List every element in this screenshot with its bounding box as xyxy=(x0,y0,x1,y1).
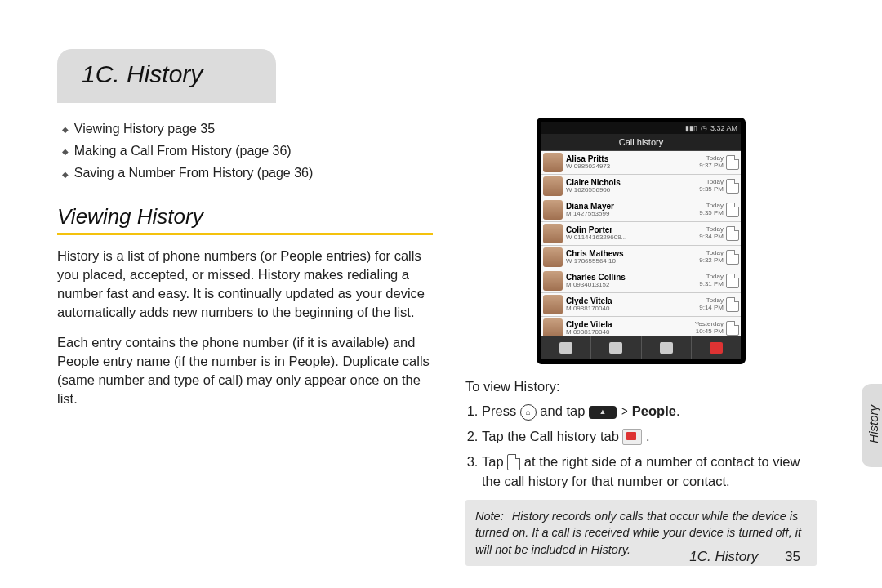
tab-contacts xyxy=(541,336,591,359)
call-time: Yesterday10:45 PM xyxy=(695,321,724,336)
contact-avatar xyxy=(543,247,563,267)
contact-info: Colin PorterW 0114416329608... xyxy=(566,225,699,242)
call-history-row: Clyde VitelaM 0988170040Yesterday10:45 P… xyxy=(541,317,741,336)
call-history-row: Clyde VitelaM 0988170040Today9:14 PM xyxy=(541,293,741,317)
step-text: . xyxy=(676,403,680,418)
step-text: . xyxy=(646,429,650,443)
step-text: and tap xyxy=(540,403,589,418)
section-heading: Viewing History xyxy=(57,204,433,229)
contact-number: W 178655564 10 xyxy=(566,258,699,265)
call-time: Today9:37 PM xyxy=(699,155,724,170)
call-history-row: Claire NicholsW 1620556906Today9:35 PM xyxy=(541,175,741,198)
contact-avatar xyxy=(543,271,563,291)
note-label: Note: xyxy=(475,510,504,523)
steps-list: Press ⌂ and tap > People. Tap the Call h… xyxy=(466,401,817,492)
paragraph: Each entry contains the phone number (if… xyxy=(57,333,433,408)
step-2: Tap the Call history tab . xyxy=(482,426,817,447)
call-history-row: Chris MathewsW 178655564 10Today9:32 PM xyxy=(541,246,741,270)
side-tab-label: History xyxy=(866,405,880,443)
contact-info: Clyde VitelaM 0988170040 xyxy=(566,320,695,336)
contact-number: W 1620556906 xyxy=(566,187,699,194)
call-time: Today9:14 PM xyxy=(699,297,724,312)
footer-page-number: 35 xyxy=(785,549,800,564)
page-side-tab: History xyxy=(862,384,882,467)
footer-chapter: 1C. History xyxy=(689,549,758,564)
contact-avatar xyxy=(543,318,563,336)
detail-doc-icon xyxy=(507,454,520,470)
phone-bottom-tabs xyxy=(541,336,741,359)
contact-info: Charles CollinsM 0934013152 xyxy=(566,273,699,289)
paragraph: History is a list of phone numbers (or P… xyxy=(57,247,433,322)
contact-number: M 0988170040 xyxy=(566,305,699,313)
table-of-contents: Viewing History page 35 Making a Call Fr… xyxy=(62,118,433,185)
contact-number: M 1427553599 xyxy=(566,211,699,218)
tab-call-history xyxy=(692,336,741,359)
step-3: Tap at the right side of a number of con… xyxy=(482,452,817,492)
contact-number: W 0985024973 xyxy=(566,163,699,171)
detail-doc-icon xyxy=(726,155,739,170)
contact-number: M 0934013152 xyxy=(566,282,699,289)
toc-item: Viewing History page 35 xyxy=(62,118,433,140)
phone-screen-title: Call history xyxy=(541,134,741,151)
toc-item: Making a Call From History (page 36) xyxy=(62,140,433,162)
contact-info: Claire NicholsW 1620556906 xyxy=(566,178,699,194)
detail-doc-icon xyxy=(726,297,739,312)
call-time: Today9:34 PM xyxy=(699,226,724,241)
right-column: ▮▮▯ ◷ 3:32 AM Call history Alisa PrittsW… xyxy=(466,118,817,566)
step-1: Press ⌂ and tap > People. xyxy=(482,401,817,421)
call-history-tab-icon xyxy=(622,429,642,445)
apps-pill-icon xyxy=(589,406,617,419)
left-column: Viewing History page 35 Making a Call Fr… xyxy=(57,118,433,566)
call-history-row: Alisa PrittsW 0985024973Today9:37 PM xyxy=(541,151,741,175)
clock-icon: ◷ xyxy=(701,124,707,132)
tab-groups xyxy=(591,336,641,359)
detail-doc-icon xyxy=(726,179,739,194)
call-time: Today9:31 PM xyxy=(699,274,724,288)
detail-doc-icon xyxy=(726,250,739,265)
call-time: Today9:32 PM xyxy=(699,250,724,265)
arrow-icon: > xyxy=(621,401,628,421)
step-text: Tap xyxy=(482,454,507,469)
call-time: Today9:35 PM xyxy=(699,203,724,217)
step-text: at the right side of a number of contact… xyxy=(482,454,800,489)
steps-heading: To view History: xyxy=(466,379,817,394)
call-time: Today9:35 PM xyxy=(699,179,724,194)
toc-item: Saving a Number From History (page 36) xyxy=(62,162,433,184)
contact-info: Chris MathewsW 178655564 10 xyxy=(566,249,699,265)
tab-updates xyxy=(642,336,692,359)
detail-doc-icon xyxy=(726,226,739,241)
step-text: Press xyxy=(482,403,520,418)
chapter-title-tab: 1C. History xyxy=(57,49,276,103)
step-text: Tap the Call history tab xyxy=(482,429,622,443)
people-label: People xyxy=(632,403,676,418)
call-history-row: Charles CollinsM 0934013152Today9:31 PM xyxy=(541,270,741,293)
contact-avatar xyxy=(543,200,563,220)
phone-status-bar: ▮▮▯ ◷ 3:32 AM xyxy=(541,122,741,134)
call-history-list: Alisa PrittsW 0985024973Today9:37 PMClai… xyxy=(541,151,741,336)
detail-doc-icon xyxy=(726,321,739,336)
phone-screenshot: ▮▮▯ ◷ 3:32 AM Call history Alisa PrittsW… xyxy=(537,118,746,364)
manual-page: 1C. History Viewing History page 35 Maki… xyxy=(0,0,882,588)
status-time: 3:32 AM xyxy=(710,124,737,132)
contact-avatar xyxy=(543,224,563,243)
detail-doc-icon xyxy=(726,203,739,217)
signal-icon: ▮▮▯ xyxy=(685,124,697,132)
contact-info: Diana MayerM 1427553599 xyxy=(566,202,699,218)
contact-info: Clyde VitelaM 0988170040 xyxy=(566,296,699,313)
chapter-title: 1C. History xyxy=(82,60,203,87)
call-history-row: Colin PorterW 0114416329608...Today9:34 … xyxy=(541,222,741,246)
page-footer: 1C. History 35 xyxy=(689,549,800,565)
two-column-layout: Viewing History page 35 Making a Call Fr… xyxy=(57,118,825,566)
contact-avatar xyxy=(543,153,563,172)
contact-info: Alisa PrittsW 0985024973 xyxy=(566,154,699,171)
contact-avatar xyxy=(543,295,563,314)
call-history-row: Diana MayerM 1427553599Today9:35 PM xyxy=(541,198,741,222)
detail-doc-icon xyxy=(726,274,739,288)
contact-number: W 0114416329608... xyxy=(566,234,699,242)
contact-avatar xyxy=(543,176,563,196)
section-underline xyxy=(57,233,433,235)
contact-number: M 0988170040 xyxy=(566,329,695,336)
home-icon: ⌂ xyxy=(520,404,537,421)
